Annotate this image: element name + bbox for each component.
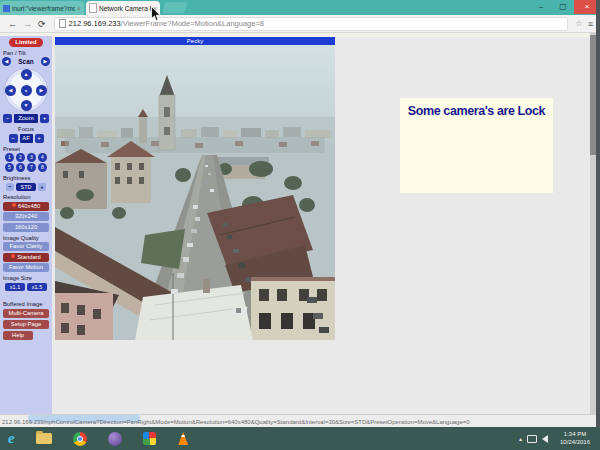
clock-time: 1:34 PM [552,431,598,439]
home-position-button[interactable]: ● [21,85,32,96]
zoom-out-button[interactable]: − [3,114,12,123]
tab-network-camera[interactable]: Network Camera Pecky × [86,1,160,15]
size-x1-5-button[interactable]: x1.5 [27,283,47,291]
buffered-image-label: Buffered Image [3,301,52,307]
preset-6-button[interactable]: 6 [16,163,25,172]
preset-row-1: 1 2 3 4 [0,153,52,162]
new-tab-button[interactable] [162,2,188,13]
active-dot-icon [12,203,16,207]
tab-search-results[interactable]: inurl:"viewerframe?mod × [0,1,84,15]
active-dot-icon [11,254,15,258]
tab-close-icon[interactable]: × [77,5,81,12]
internet-explorer-icon[interactable]: e [8,430,15,447]
minimize-button[interactable]: – [530,0,552,14]
brightness-std-button[interactable]: STD [16,183,36,191]
brightness-label: Brightness [3,175,52,181]
taskbar-clock[interactable]: 1:34 PM 10/24/2016 [552,431,598,446]
preset-row-2: 5 6 7 8 [0,163,52,172]
image-size-row: x1.1 x1.5 [0,283,52,291]
chrome-icon[interactable] [73,432,87,446]
preset-7-button[interactable]: 7 [27,163,36,172]
pan-tilt-label: Pan / Tilt [3,50,52,56]
scan-right-button[interactable]: ▶ [41,57,50,66]
autofocus-button[interactable]: AF [20,134,33,143]
multi-camera-button[interactable]: Multi-Camera [3,309,49,318]
camera-control-panel: Limited Pan / Tilt ◀ Scan ▶ ▲ ◀ ● ▶ ▼ − … [0,36,52,414]
windows-taskbar: e ▴ 1:34 PM 10/24/2016 [0,427,600,450]
tray-chevron-icon[interactable]: ▴ [519,435,522,442]
focus-label: Focus [0,126,52,132]
file-explorer-icon[interactable] [36,433,52,444]
help-button[interactable]: Help [3,331,33,340]
resolution-160x120-button[interactable]: 160x120 [3,223,49,232]
focus-row: − AF + [0,134,52,143]
bookmark-star-icon[interactable]: ☆ [576,19,583,28]
page-icon [59,19,66,28]
zoom-in-button[interactable]: + [40,114,49,123]
url-host: 212.96.169.233 [69,19,121,28]
quality-favor-clarity-button[interactable]: Favor Clarity [3,242,49,251]
browser-tab-strip: inurl:"viewerframe?mod × Network Camera … [0,0,600,15]
resolution-label: Resolution [3,194,52,200]
scan-row: ◀ Scan ▶ [0,57,52,66]
size-x1-1-button[interactable]: x1.1 [5,283,25,291]
tab-title: Network Camera Pecky [99,5,151,12]
image-size-label: Image Size [3,275,52,281]
reload-icon[interactable]: ⟳ [38,19,46,29]
brightness-row: − STD + [0,183,52,191]
system-tray: ▴ [519,435,548,443]
preset-8-button[interactable]: 8 [38,163,47,172]
resolution-320x240-button[interactable]: 320x240 [3,212,49,221]
preset-4-button[interactable]: 4 [38,153,47,162]
focus-near-button[interactable]: − [9,134,18,143]
camera-feed[interactable] [55,45,335,340]
quality-favor-motion-button[interactable]: Favor Motion [3,263,49,272]
preset-2-button[interactable]: 2 [16,153,25,162]
brightness-up-button[interactable]: + [38,183,46,191]
desktop-screen: inurl:"viewerframe?mod × Network Camera … [0,0,600,450]
pan-left-button[interactable]: ◀ [5,85,16,96]
pan-tilt-pad: ▲ ◀ ● ▶ ▼ [4,68,48,112]
lock-message-text: Some camera's are Lock [400,104,553,118]
browser-toolbar: ← → ⟳ 212.96.169.233/ViewerFrame?Mode=Mo… [0,15,600,33]
app-grid-icon[interactable] [143,432,156,445]
preset-label: Preset [3,146,52,152]
access-level-button[interactable]: Limited [9,38,43,47]
zoom-label: Zoom [14,114,38,123]
setup-page-button[interactable]: Setup Page [3,320,49,329]
volume-icon[interactable] [542,435,548,443]
back-icon[interactable]: ← [8,19,17,29]
tab-title: inurl:"viewerframe?mod [12,5,75,12]
tilt-down-button[interactable]: ▼ [21,100,32,111]
mouse-cursor-icon [151,6,162,22]
clock-date: 10/24/2016 [552,439,598,447]
browser-status-bar: 212.96.169.233/nphControlCamera?Directio… [0,414,600,427]
camera-view: Pecky [55,37,335,340]
tab-favicon [3,5,10,12]
maximize-button[interactable]: ▢ [552,0,574,14]
window-edge [596,0,600,427]
address-bar[interactable]: 212.96.169.233/ViewerFrame?Mode=Motion&L… [54,17,568,31]
network-icon[interactable] [527,435,537,443]
image-quality-label: Image Quality [3,235,52,241]
tilt-up-button[interactable]: ▲ [21,69,32,80]
pan-right-button[interactable]: ▶ [36,85,47,96]
camera-title-bar: Pecky [55,37,335,45]
media-player-icon[interactable] [108,432,122,446]
zoom-row: − Zoom + [0,114,52,123]
scan-label: Scan [18,58,34,65]
vlc-icon[interactable] [177,432,190,445]
quality-standard-button[interactable]: Standard [3,253,49,262]
focus-far-button[interactable]: + [35,134,44,143]
preset-1-button[interactable]: 1 [5,153,14,162]
forward-icon[interactable]: → [23,19,32,29]
menu-icon[interactable]: ≡ [588,19,593,29]
resolution-640x480-button[interactable]: 640x480 [3,202,49,211]
brightness-down-button[interactable]: − [6,183,14,191]
tab-favicon [89,3,97,13]
scan-left-button[interactable]: ◀ [2,57,11,66]
lock-message-box: Some camera's are Lock [400,98,553,193]
preset-5-button[interactable]: 5 [5,163,14,172]
preset-3-button[interactable]: 3 [27,153,36,162]
window-controls: – ▢ × [530,0,600,14]
